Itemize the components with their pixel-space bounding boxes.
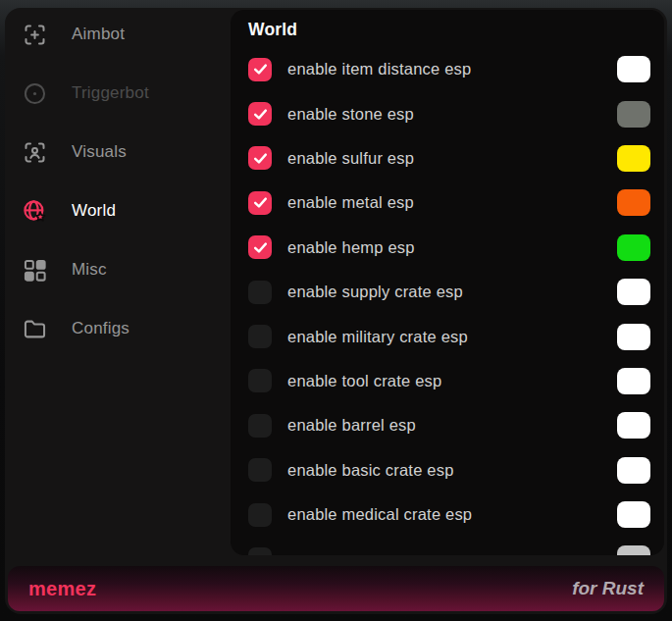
esp-checkbox[interactable] bbox=[248, 369, 272, 392]
circle-dot-icon bbox=[22, 80, 48, 107]
esp-color-swatch[interactable] bbox=[617, 234, 650, 261]
globe-star-icon bbox=[22, 198, 48, 225]
esp-checkbox[interactable] bbox=[248, 102, 272, 126]
esp-color-swatch[interactable] bbox=[617, 545, 650, 555]
esp-checkbox[interactable] bbox=[248, 191, 272, 215]
crosshair-icon bbox=[22, 22, 48, 48]
esp-option-row: enable metal esp bbox=[248, 181, 650, 225]
esp-color-swatch[interactable] bbox=[617, 368, 650, 394]
footer-bar: memez for Rust bbox=[8, 566, 664, 611]
grid-icon bbox=[22, 257, 48, 284]
esp-checkbox[interactable] bbox=[248, 281, 272, 304]
esp-option-row: enable hemp esp bbox=[248, 226, 650, 270]
esp-color-swatch[interactable] bbox=[617, 324, 650, 350]
esp-option-row: enable item distance esp bbox=[248, 47, 650, 91]
check-icon bbox=[252, 61, 269, 78]
esp-option-label: enable tool crate esp bbox=[287, 372, 441, 390]
esp-option-row bbox=[248, 537, 650, 555]
esp-checkbox[interactable] bbox=[248, 235, 272, 259]
check-icon bbox=[252, 239, 269, 256]
esp-color-swatch[interactable] bbox=[617, 457, 650, 484]
sidebar-item-misc[interactable]: Misc bbox=[5, 240, 231, 299]
esp-checkbox[interactable] bbox=[248, 503, 272, 527]
sidebar-item-label: Misc bbox=[72, 260, 107, 280]
sidebar-item-label: Visuals bbox=[72, 142, 127, 162]
sidebar-item-label: Aimbot bbox=[72, 25, 125, 44]
esp-option-row: enable supply crate esp bbox=[248, 270, 650, 314]
esp-option-row: enable sulfur esp bbox=[248, 136, 650, 181]
esp-color-swatch[interactable] bbox=[617, 145, 650, 172]
esp-color-swatch[interactable] bbox=[617, 189, 650, 216]
esp-option-label: enable medical crate esp bbox=[287, 505, 472, 524]
esp-options-list: enable item distance esp enable stone es… bbox=[248, 47, 650, 555]
esp-option-row: enable tool crate esp bbox=[248, 359, 650, 403]
esp-option-label: enable stone esp bbox=[287, 105, 414, 124]
check-icon bbox=[252, 150, 269, 167]
esp-color-swatch[interactable] bbox=[617, 279, 650, 305]
esp-option-row: enable military crate esp bbox=[248, 314, 650, 358]
panel-title: World bbox=[248, 20, 297, 40]
esp-option-label: enable hemp esp bbox=[287, 238, 415, 257]
sidebar-item-label: Triggerbot bbox=[72, 83, 149, 103]
esp-option-row: enable barrel esp bbox=[248, 403, 650, 447]
sidebar-item-label: Configs bbox=[72, 319, 129, 338]
esp-color-swatch[interactable] bbox=[617, 412, 650, 439]
esp-color-swatch[interactable] bbox=[617, 56, 650, 82]
sidebar-item-visuals[interactable]: Visuals bbox=[5, 123, 231, 181]
esp-checkbox[interactable] bbox=[248, 58, 272, 81]
person-scan-icon bbox=[22, 139, 48, 166]
esp-option-label: enable sulfur esp bbox=[287, 149, 414, 168]
check-icon bbox=[252, 194, 269, 211]
esp-option-label: enable supply crate esp bbox=[287, 283, 463, 301]
esp-checkbox[interactable] bbox=[248, 325, 272, 348]
esp-option-label: enable barrel esp bbox=[287, 416, 416, 435]
esp-color-swatch[interactable] bbox=[617, 501, 650, 528]
folder-icon bbox=[22, 316, 48, 342]
sidebar-nav: Aimbot Triggerbot Visuals World Misc Con… bbox=[5, 5, 231, 358]
esp-color-swatch[interactable] bbox=[617, 101, 650, 128]
cheat-menu-window: Aimbot Triggerbot Visuals World Misc Con… bbox=[5, 8, 667, 614]
sidebar-item-triggerbot[interactable]: Triggerbot bbox=[5, 64, 231, 123]
esp-option-label: enable military crate esp bbox=[287, 328, 468, 346]
esp-option-row: enable medical crate esp bbox=[248, 492, 650, 537]
tagline-label: for Rust bbox=[572, 578, 644, 599]
sidebar-item-aimbot[interactable]: Aimbot bbox=[5, 5, 231, 64]
sidebar-item-world[interactable]: World bbox=[5, 181, 231, 240]
esp-option-label: enable item distance esp bbox=[287, 60, 471, 78]
esp-checkbox[interactable] bbox=[248, 547, 272, 555]
esp-option-label: enable metal esp bbox=[287, 193, 414, 212]
game-overlay-background: Aimbot Triggerbot Visuals World Misc Con… bbox=[0, 0, 672, 621]
check-icon bbox=[252, 106, 269, 123]
sidebar-item-label: World bbox=[72, 201, 116, 221]
settings-panel: World enable item distance esp enable st… bbox=[231, 10, 664, 555]
sidebar-item-configs[interactable]: Configs bbox=[5, 299, 231, 358]
esp-checkbox[interactable] bbox=[248, 458, 272, 482]
esp-checkbox[interactable] bbox=[248, 414, 272, 438]
esp-option-row: enable stone esp bbox=[248, 91, 650, 135]
brand-label: memez bbox=[28, 578, 96, 600]
esp-option-label: enable basic crate esp bbox=[287, 461, 454, 480]
esp-option-row: enable basic crate esp bbox=[248, 448, 650, 492]
esp-checkbox[interactable] bbox=[248, 146, 272, 170]
